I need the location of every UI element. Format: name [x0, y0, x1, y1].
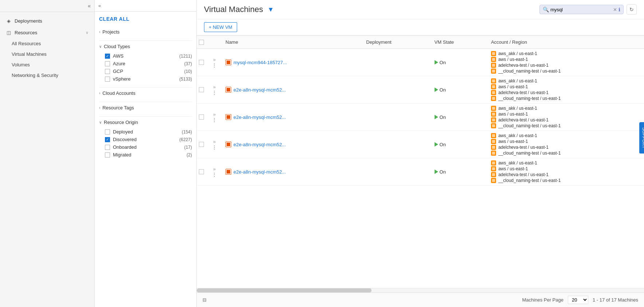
filter-section-resource-tags-label: Resource Tags: [102, 105, 134, 110]
row-checkbox[interactable]: [199, 60, 204, 65]
row-state-cell: On: [430, 158, 487, 186]
search-info-icon[interactable]: ℹ: [619, 7, 620, 12]
account-item: __cloud_naming-test / us-east-1: [491, 96, 640, 101]
row-deployment-cell: [362, 76, 430, 104]
filter-collapse-icon[interactable]: «: [98, 3, 101, 8]
filter-section-projects-label: Projects: [102, 29, 119, 35]
row-menu-icon[interactable]: ⋮: [212, 144, 217, 150]
vm-icon: [225, 87, 231, 93]
gcp-checkbox[interactable]: [105, 69, 110, 74]
filter-toggle-icon[interactable]: ▼: [267, 6, 274, 13]
aws-checkbox[interactable]: [105, 54, 110, 59]
row-menu-icon[interactable]: ⋮: [212, 62, 217, 68]
table-container: Name Deployment VM State Account / Regio…: [197, 35, 644, 288]
search-box: 🔍 ✕ ℹ: [539, 5, 624, 14]
deployed-count: (154): [182, 129, 192, 135]
sidebar-item-all-resources[interactable]: All Resources: [0, 38, 94, 49]
expand-row-btn[interactable]: »: [213, 166, 216, 172]
filter-section-cloud-types-label: Cloud Types: [104, 44, 130, 49]
account-item: aws_akk / us-east-1: [491, 51, 640, 56]
search-input[interactable]: [550, 7, 612, 12]
col-deployment[interactable]: Deployment: [362, 36, 430, 49]
account-item: __cloud_naming-test / us-east-1: [491, 151, 640, 156]
row-menu-icon[interactable]: ⋮: [212, 90, 217, 95]
vm-state: On: [435, 60, 482, 65]
vm-name-link[interactable]: e2e-a8n-mysql-mcm52...: [225, 114, 357, 120]
row-state-cell: On: [430, 76, 487, 104]
table-row: » ⋮e2e-a8n-mysql-mcm52...Onaws_akk / us-…: [197, 76, 644, 104]
row-accounts-cell: aws_akk / us-east-1aws / us-east-1adelch…: [487, 76, 644, 104]
support-tab[interactable]: SUPPORT: [639, 122, 644, 154]
sidebar-collapse-icon[interactable]: «: [88, 3, 91, 9]
account-item: adelcheva-test / us-east-1: [491, 90, 640, 95]
vm-name-link[interactable]: e2e-a8n-mysql-mcm52...: [225, 169, 357, 175]
filter-section-projects-header[interactable]: › Projects: [99, 28, 192, 36]
state-dot-icon: [435, 60, 438, 65]
account-text: __cloud_naming-test / us-east-1: [498, 96, 561, 101]
sidebar-item-networking-security-label: Networking & Security: [12, 73, 58, 78]
col-vm-state[interactable]: VM State: [430, 36, 487, 49]
azure-checkbox[interactable]: [105, 61, 110, 66]
sidebar-item-networking-security[interactable]: Networking & Security: [0, 70, 94, 81]
sidebar-item-resources[interactable]: ◫ Resources ∨: [0, 27, 94, 38]
sidebar-nav: ◈ Deployments ◫ Resources ∨ All Resource…: [0, 12, 94, 83]
state-dot-icon: [435, 115, 438, 119]
resource-origin-chevron-icon: ∨: [99, 120, 102, 124]
select-all-checkbox[interactable]: [199, 40, 204, 45]
vm-name-link[interactable]: e2e-a8n-mysql-mcm52...: [225, 141, 357, 147]
divider-3: [99, 102, 192, 102]
account-item: adelcheva-test / us-east-1: [491, 145, 640, 150]
filter-section-resource-tags-header[interactable]: › Resource Tags: [99, 104, 192, 112]
divider-2: [99, 87, 192, 88]
migrated-checkbox[interactable]: [105, 152, 110, 158]
expand-row-btn[interactable]: »: [213, 112, 216, 117]
machines-per-page-label: Machines Per Page: [522, 297, 564, 303]
account-badge-icon: [491, 178, 496, 183]
vm-name-link[interactable]: e2e-a8n-mysql-mcm52...: [225, 87, 357, 93]
sidebar-item-deployments[interactable]: ◈ Deployments: [0, 15, 94, 27]
col-account-region[interactable]: Account / Region: [487, 36, 644, 49]
row-checkbox[interactable]: [199, 114, 204, 120]
table-footer: ⊟ Machines Per Page 20 50 100 1 - 17 of …: [197, 292, 644, 307]
clear-all-button[interactable]: CLEAR ALL: [99, 16, 192, 22]
expand-row-btn[interactable]: »: [213, 84, 216, 90]
expand-row-btn[interactable]: »: [213, 57, 216, 62]
horizontal-scrollbar[interactable]: [197, 288, 644, 292]
row-menu-icon[interactable]: ⋮: [212, 172, 217, 177]
filter-section-cloud-types-header[interactable]: ∨ Cloud Types: [99, 42, 192, 51]
refresh-icon[interactable]: ↻: [627, 4, 637, 15]
sidebar-item-virtual-machines[interactable]: Virtual Machines: [0, 49, 94, 59]
new-vm-button[interactable]: + NEW VM: [204, 22, 237, 32]
row-state-cell: On: [430, 131, 487, 158]
row-menu-icon[interactable]: ⋮: [212, 117, 217, 123]
row-accounts-cell: aws_akk / us-east-1aws / us-east-1adelch…: [487, 158, 644, 186]
filter-section-resource-origin-header[interactable]: ∨ Resource Origin: [99, 118, 192, 127]
account-text: aws_akk / us-east-1: [498, 51, 537, 56]
row-checkbox[interactable]: [199, 87, 204, 92]
expand-row-btn[interactable]: »: [213, 139, 216, 144]
deployed-checkbox[interactable]: [105, 129, 110, 135]
onboarded-checkbox[interactable]: [105, 145, 110, 150]
sidebar-item-volumes[interactable]: Volumes: [0, 59, 94, 70]
row-checkbox[interactable]: [199, 142, 204, 147]
main-header: Virtual Machines ▼ 🔍 ✕ ℹ ↻: [197, 0, 644, 19]
account-item: adelcheva-test / us-east-1: [491, 117, 640, 123]
search-clear-icon[interactable]: ✕: [613, 7, 617, 12]
state-dot-icon: [435, 142, 438, 147]
columns-toggle-icon[interactable]: ⊟: [203, 297, 207, 303]
row-checkbox-cell: [197, 76, 208, 104]
left-sidebar: « ◈ Deployments ◫ Resources ∨ All Resour…: [0, 0, 95, 307]
discovered-checkbox[interactable]: [105, 137, 110, 142]
filter-item-onboarded: Onboarded (17): [105, 143, 192, 151]
per-page-select[interactable]: 20 50 100: [568, 296, 588, 304]
vsphere-checkbox[interactable]: [105, 77, 110, 82]
filter-section-cloud-accounts-header[interactable]: › Cloud Accounts: [99, 89, 192, 97]
cloud-types-chevron-icon: ∨: [99, 44, 102, 48]
vm-name-link[interactable]: mysql-mcm944-185727...: [225, 59, 357, 65]
row-checkbox[interactable]: [199, 169, 204, 174]
row-accounts-cell: aws_akk / us-east-1aws / us-east-1adelch…: [487, 131, 644, 158]
row-deployment-cell: [362, 158, 430, 186]
gcp-label: GCP: [113, 69, 123, 74]
col-name[interactable]: Name: [221, 36, 362, 49]
vsphere-count: (5133): [179, 77, 192, 82]
